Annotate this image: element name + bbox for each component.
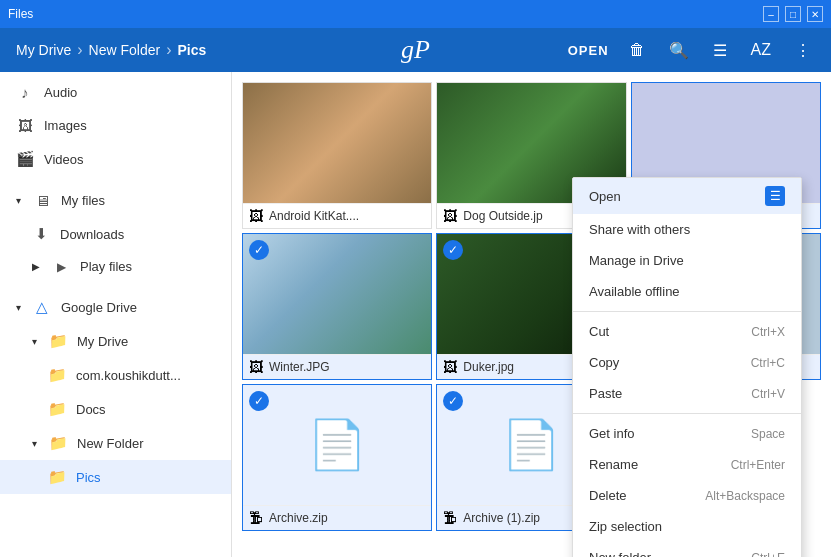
context-shortcut-cut: Ctrl+X	[751, 325, 785, 339]
context-menu-item-share[interactable]: Share with others	[573, 214, 801, 245]
toolbar: My Drive › New Folder › Pics gP OPEN 🗑 🔍…	[0, 28, 831, 72]
mydrive-chevron: ▾	[32, 336, 37, 347]
filename-dog: Dog Outside.jp	[463, 209, 542, 223]
sidebar-item-downloads[interactable]: ⬇ Downloads	[0, 217, 231, 251]
downloads-icon: ⬇	[32, 225, 50, 243]
context-divider-1	[573, 311, 801, 312]
sidebar-item-com-koushik[interactable]: 📁 com.koushikdutt...	[0, 358, 231, 392]
sidebar-item-googledrive[interactable]: ▾ △ Google Drive	[0, 290, 231, 324]
filetype-icon-android: 🖼	[249, 208, 263, 224]
sidebar-label-myfiles: My files	[61, 193, 105, 208]
file-info-archive1: 🗜 Archive.zip	[243, 505, 431, 530]
sidebar-label-audio: Audio	[44, 85, 77, 100]
audio-icon: ♪	[16, 84, 34, 101]
context-shortcut-delete: Alt+Backspace	[705, 489, 785, 503]
breadcrumb-newfolder[interactable]: New Folder	[89, 42, 161, 58]
sidebar-item-pics[interactable]: 📁 Pics	[0, 460, 231, 494]
context-menu-rename-label: Rename	[589, 457, 638, 472]
filetype-icon-winter: 🖼	[249, 359, 263, 375]
context-menu-item-manage-drive[interactable]: Manage in Drive	[573, 245, 801, 276]
context-menu: Open ☰ Share with others Manage in Drive…	[572, 177, 802, 557]
context-menu-item-rename[interactable]: Rename Ctrl+Enter	[573, 449, 801, 480]
gdrive-chevron: ▾	[16, 302, 21, 313]
sidebar-section-media: ♪ Audio 🖼 Images 🎬 Videos	[0, 72, 231, 180]
context-shortcut-newfolder: Ctrl+E	[751, 551, 785, 558]
open-button[interactable]: OPEN	[568, 43, 609, 58]
file-tile-winter[interactable]: ✓ 🖼 Winter.JPG	[242, 233, 432, 380]
archive2-icon: 📄	[501, 417, 561, 473]
sidebar-section-myfiles: ▾ 🖥 My files ⬇ Downloads ▶ ▶ Play files	[0, 180, 231, 286]
breadcrumb-sep1: ›	[77, 41, 82, 59]
filetype-icon-dog: 🖼	[443, 208, 457, 224]
titlebar: Files – □ ✕	[0, 0, 831, 28]
sidebar-label-downloads: Downloads	[60, 227, 124, 242]
sidebar-item-mydrive[interactable]: ▾ 📁 My Drive	[0, 324, 231, 358]
breadcrumb: My Drive › New Folder › Pics	[16, 41, 560, 59]
more-button[interactable]: ⋮	[791, 37, 815, 64]
breadcrumb-mydrive[interactable]: My Drive	[16, 42, 71, 58]
playfiles-chevron: ▶	[32, 261, 40, 272]
context-menu-item-delete[interactable]: Delete Alt+Backspace	[573, 480, 801, 511]
sidebar-item-images[interactable]: 🖼 Images	[0, 109, 231, 142]
mydrive-icon: 📁	[49, 332, 67, 350]
sidebar-label-mydrive: My Drive	[77, 334, 128, 349]
context-menu-newfolder-label: New folder	[589, 550, 651, 557]
context-menu-share-label: Share with others	[589, 222, 690, 237]
content-area: 🖼 Android KitKat.... 🖼 Dog Outside.jp ✓	[232, 72, 831, 557]
filename-android: Android KitKat....	[269, 209, 359, 223]
archive1-icon: 📄	[307, 417, 367, 473]
sidebar-label-videos: Videos	[44, 152, 84, 167]
context-menu-item-cut[interactable]: Cut Ctrl+X	[573, 316, 801, 347]
context-shortcut-paste: Ctrl+V	[751, 387, 785, 401]
sidebar-label-playfiles: Play files	[80, 259, 132, 274]
search-button[interactable]: 🔍	[665, 37, 693, 64]
context-shortcut-copy: Ctrl+C	[751, 356, 785, 370]
context-menu-item-copy[interactable]: Copy Ctrl+C	[573, 347, 801, 378]
sidebar-item-videos[interactable]: 🎬 Videos	[0, 142, 231, 176]
context-menu-manage-label: Manage in Drive	[589, 253, 684, 268]
context-menu-open-label: Open	[589, 189, 621, 204]
filetype-icon-archive2: 🗜	[443, 510, 457, 526]
context-menu-item-get-info[interactable]: Get info Space	[573, 418, 801, 449]
sidebar-item-playfiles[interactable]: ▶ ▶ Play files	[0, 251, 231, 282]
titlebar-controls: – □ ✕	[763, 6, 823, 22]
delete-button[interactable]: 🗑	[625, 37, 649, 63]
sidebar-item-newfolder[interactable]: ▾ 📁 New Folder	[0, 426, 231, 460]
context-menu-item-available-offline[interactable]: Available offline	[573, 276, 801, 307]
open-blue-icon: ☰	[765, 186, 785, 206]
com-koushik-icon: 📁	[48, 366, 66, 384]
context-menu-copy-label: Copy	[589, 355, 619, 370]
pics-icon: 📁	[48, 468, 66, 486]
context-menu-item-zip[interactable]: Zip selection	[573, 511, 801, 542]
menu-button[interactable]: ☰	[709, 37, 731, 64]
sidebar-item-audio[interactable]: ♪ Audio	[0, 76, 231, 109]
sidebar-label-images: Images	[44, 118, 87, 133]
context-menu-getinfo-label: Get info	[589, 426, 635, 441]
filetype-icon-duker: 🖼	[443, 359, 457, 375]
sidebar-label-googledrive: Google Drive	[61, 300, 137, 315]
file-tile-archive1[interactable]: ✓ 📄 🗜 Archive.zip	[242, 384, 432, 531]
context-menu-item-new-folder[interactable]: New folder Ctrl+E	[573, 542, 801, 557]
thumbnail-archive1: 📄	[243, 385, 431, 505]
images-icon: 🖼	[16, 117, 34, 134]
context-shortcut-rename: Ctrl+Enter	[731, 458, 785, 472]
thumbnail-android	[243, 83, 431, 203]
file-tile-android[interactable]: 🖼 Android KitKat....	[242, 82, 432, 229]
sidebar-item-docs[interactable]: 📁 Docs	[0, 392, 231, 426]
context-menu-item-paste[interactable]: Paste Ctrl+V	[573, 378, 801, 409]
context-shortcut-getinfo: Space	[751, 427, 785, 441]
docs-icon: 📁	[48, 400, 66, 418]
minimize-button[interactable]: –	[763, 6, 779, 22]
maximize-button[interactable]: □	[785, 6, 801, 22]
context-menu-paste-label: Paste	[589, 386, 622, 401]
sidebar-label-docs: Docs	[76, 402, 106, 417]
file-info-android: 🖼 Android KitKat....	[243, 203, 431, 228]
close-button[interactable]: ✕	[807, 6, 823, 22]
sidebar-item-myfiles[interactable]: ▾ 🖥 My files	[0, 184, 231, 217]
context-menu-item-open[interactable]: Open ☰	[573, 178, 801, 214]
newfolder-chevron: ▾	[32, 438, 37, 449]
titlebar-title: Files	[8, 7, 33, 21]
filetype-icon-archive1: 🗜	[249, 510, 263, 526]
sort-button[interactable]: AZ	[747, 37, 775, 63]
breadcrumb-pics[interactable]: Pics	[177, 42, 206, 58]
